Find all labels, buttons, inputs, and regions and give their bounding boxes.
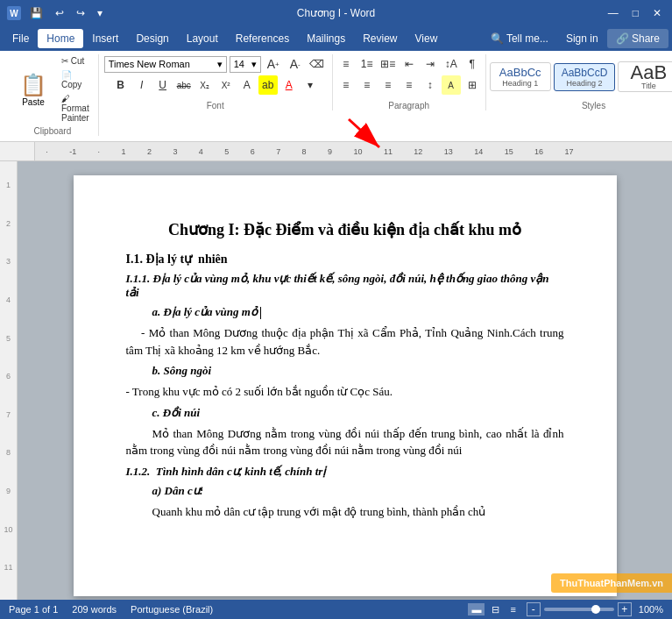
- read-view-button[interactable]: ≡: [506, 603, 519, 615]
- font-size-dropdown[interactable]: 14 ▾: [230, 56, 261, 73]
- ruler-num-9: 9: [0, 485, 17, 523]
- menu-view[interactable]: View: [407, 29, 447, 48]
- font-color-button[interactable]: A: [279, 75, 299, 95]
- copy-button[interactable]: 📄 Copy: [58, 68, 93, 91]
- menu-layout[interactable]: Layout: [178, 29, 227, 48]
- heading2-style[interactable]: AaBbCcD Heading 2: [554, 63, 616, 91]
- heading1-style[interactable]: AaBbCc Heading 1: [490, 62, 551, 91]
- redo-button[interactable]: ↪: [73, 5, 88, 21]
- font-name-dropdown[interactable]: Times New Roman ▾: [104, 56, 227, 73]
- zoom-out-button[interactable]: -: [527, 602, 541, 616]
- close-button[interactable]: ✕: [649, 5, 665, 21]
- underline-button[interactable]: U: [153, 75, 173, 95]
- heading1-preview: AaBbCc: [498, 66, 543, 79]
- paragraph-group-label: Paragraph: [388, 99, 429, 110]
- language: Portuguese (Brazil): [131, 604, 213, 615]
- clipboard-label: Clipboard: [33, 125, 71, 136]
- ruler-num-1: 1: [0, 179, 17, 217]
- menu-insert[interactable]: Insert: [83, 29, 127, 48]
- section-i1: I.1. Địa lý tự nhiên: [126, 252, 564, 267]
- ruler-num-10: 10: [0, 523, 17, 562]
- para-dan-cu: Quanh khu mỏ dân cư tập trung với mật độ…: [126, 503, 564, 521]
- save-button[interactable]: 💾: [26, 5, 46, 21]
- bold-button[interactable]: B: [111, 75, 131, 95]
- paste-label: Paste: [22, 97, 45, 107]
- subscript-button[interactable]: X₂: [195, 75, 215, 95]
- section-i12: I.1.2. Tình hình dân cư, kinh tế, chính …: [126, 465, 564, 479]
- clear-formatting-button[interactable]: ⌫: [308, 54, 327, 74]
- title-style[interactable]: AaB Title: [618, 61, 672, 92]
- title-bar: W 💾 ↩ ↪ ▾ Chương I - Word — □ ✕: [0, 0, 672, 26]
- print-view-button[interactable]: ▬: [468, 603, 485, 615]
- highlight-button[interactable]: ab: [258, 75, 278, 95]
- maximize-button[interactable]: □: [629, 5, 642, 21]
- shading-button[interactable]: A: [442, 75, 461, 95]
- customize-button[interactable]: ▾: [94, 5, 106, 21]
- svg-line-1: [349, 119, 379, 147]
- undo-button[interactable]: ↩: [52, 5, 67, 21]
- share[interactable]: 🔗 Share: [607, 29, 668, 48]
- web-view-button[interactable]: ⊟: [488, 603, 503, 616]
- align-center-button[interactable]: ≡: [357, 75, 377, 95]
- menu-review[interactable]: Review: [354, 29, 406, 48]
- ruler-num-5: 5: [0, 332, 17, 371]
- italic-button[interactable]: I: [132, 75, 152, 95]
- increase-indent-button[interactable]: ⇥: [421, 54, 440, 74]
- justify-button[interactable]: ≡: [400, 75, 419, 95]
- menu-references[interactable]: References: [227, 29, 298, 48]
- bullets-button[interactable]: ≡: [336, 54, 356, 74]
- multilevel-button[interactable]: ⊞≡: [378, 54, 398, 74]
- styles-group: AaBbCc Heading 1 AaBbCcD Heading 2 AaB T…: [486, 54, 672, 110]
- borders-button[interactable]: ⊞: [463, 75, 482, 95]
- font-color-arrow[interactable]: ▾: [301, 75, 320, 95]
- text-effects-button[interactable]: A: [237, 75, 257, 95]
- zoom-in-button[interactable]: +: [618, 602, 632, 616]
- ruler-num-7: 7: [0, 409, 17, 447]
- section-a-dia-ly: a. Địa lý của vùng mỏ: [152, 305, 564, 319]
- section-i11: I.1.1. Địa lý của vùng mỏ, khu vực thiết…: [126, 272, 564, 300]
- paste-icon: 📋: [20, 73, 46, 97]
- ruler-num-3: 3: [0, 255, 17, 294]
- content-area: 1 2 3 4 5 6 7 8 9 10 11 Chương I: Đặc Đi…: [0, 161, 672, 600]
- minimize-button[interactable]: —: [605, 5, 622, 21]
- paste-button[interactable]: 📋 Paste: [12, 68, 54, 111]
- title-preview: AaB: [624, 63, 672, 82]
- superscript-button[interactable]: X²: [216, 75, 236, 95]
- ruler-num-2: 2: [0, 217, 17, 256]
- signin[interactable]: Sign in: [557, 29, 607, 48]
- para-mo-than-1: - Mỏ than Mông Dương thuộc địa phận Thị …: [126, 324, 564, 359]
- strikethrough-button[interactable]: abc: [174, 75, 194, 95]
- menu-home[interactable]: Home: [38, 29, 83, 48]
- font-shrink-button[interactable]: A-: [286, 54, 305, 74]
- font-grow-button[interactable]: A+: [264, 54, 283, 74]
- font-name-arrow: ▾: [217, 59, 223, 70]
- align-left-button[interactable]: ≡: [336, 75, 356, 95]
- document-title: Chương I: Đặc Điểm và điều kiện địa chất…: [126, 219, 564, 241]
- sort-button[interactable]: ↕A: [442, 54, 461, 74]
- ruler-num-4: 4: [0, 294, 17, 332]
- align-right-button[interactable]: ≡: [378, 75, 398, 95]
- word-icon: W: [7, 6, 21, 20]
- menu-mailings[interactable]: Mailings: [298, 29, 354, 48]
- tell-me[interactable]: 🔍 Tell me...: [482, 29, 557, 48]
- format-painter-button[interactable]: 🖌 Format Painter: [58, 92, 93, 125]
- zoom-track[interactable]: [544, 608, 614, 611]
- clipboard-group: 📋 Paste ✂ Cut 📄 Copy 🖌 Format Painter Cl…: [7, 54, 99, 136]
- zoom-thumb: [591, 605, 600, 614]
- view-buttons: ▬ ⊟ ≡: [468, 603, 519, 616]
- document-page[interactable]: Chương I: Đặc Điểm và điều kiện địa chất…: [74, 175, 617, 596]
- cut-button[interactable]: ✂ Cut: [58, 54, 93, 68]
- paragraph-group: ≡ 1≡ ⊞≡ ⇤ ⇥ ↕A ¶ ≡ ≡ ≡ ≡ ↕ A ⊞ Paragraph: [333, 54, 486, 110]
- title-bar-left: W 💾 ↩ ↪ ▾: [7, 5, 106, 21]
- numbering-button[interactable]: 1≡: [357, 54, 377, 74]
- line-spacing-button[interactable]: ↕: [421, 75, 440, 95]
- menu-design[interactable]: Design: [127, 29, 177, 48]
- zoom-level: 100%: [639, 604, 663, 615]
- vertical-ruler: 1 2 3 4 5 6 7 8 9 10 11: [0, 161, 18, 600]
- menu-file[interactable]: File: [4, 29, 38, 48]
- show-hide-button[interactable]: ¶: [463, 54, 482, 74]
- decrease-indent-button[interactable]: ⇤: [400, 54, 419, 74]
- window-controls: — □ ✕: [605, 5, 665, 21]
- document-canvas[interactable]: Chương I: Đặc Điểm và điều kiện địa chất…: [18, 161, 672, 600]
- heading1-label: Heading 1: [498, 79, 543, 88]
